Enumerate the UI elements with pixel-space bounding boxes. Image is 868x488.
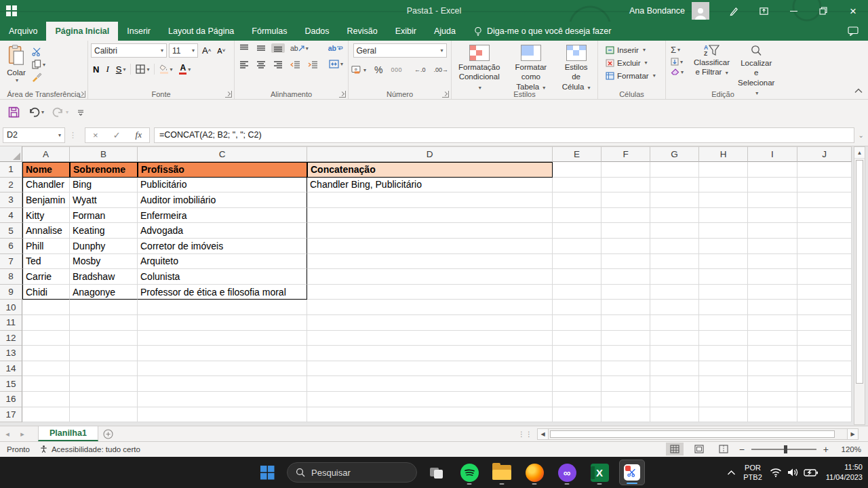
- wifi-icon[interactable]: [770, 468, 782, 477]
- vertical-scrollbar[interactable]: ▲: [854, 146, 865, 425]
- cell-A14[interactable]: [22, 361, 70, 377]
- cell-D16[interactable]: [307, 392, 553, 407]
- cell-A4[interactable]: Kitty: [22, 208, 70, 224]
- cell-D5[interactable]: [307, 223, 553, 239]
- cell-F11[interactable]: [601, 315, 650, 331]
- cell-G4[interactable]: [650, 208, 699, 224]
- cell-G1[interactable]: [650, 162, 699, 178]
- decrease-decimal-button[interactable]: .00→: [432, 66, 451, 74]
- cell-D8[interactable]: [307, 269, 553, 285]
- cell-E2[interactable]: [553, 178, 601, 193]
- cell-G6[interactable]: [650, 239, 699, 254]
- select-all-corner[interactable]: [0, 146, 22, 162]
- align-center-button[interactable]: [254, 60, 268, 69]
- tell-me-box[interactable]: Diga-me o que você deseja fazer: [474, 22, 611, 41]
- merge-center-button[interactable]: ▾: [327, 59, 345, 69]
- row-header-5[interactable]: 5: [0, 223, 22, 239]
- cell-D14[interactable]: [307, 361, 553, 377]
- cell-A1[interactable]: Nome: [22, 162, 70, 178]
- cell-B7[interactable]: Mosby: [70, 254, 138, 270]
- next-sheet-icon[interactable]: ▸: [15, 426, 30, 441]
- cell-F8[interactable]: [601, 269, 650, 285]
- cell-E4[interactable]: [553, 208, 601, 224]
- cell-G3[interactable]: [650, 192, 699, 208]
- cell-F5[interactable]: [601, 223, 650, 239]
- align-middle-button[interactable]: [254, 43, 268, 53]
- prev-sheet-icon[interactable]: ◂: [0, 426, 15, 441]
- tab-revisao[interactable]: Revisão: [338, 22, 387, 41]
- row-header-15[interactable]: 15: [0, 376, 22, 392]
- close-button[interactable]: ×: [838, 0, 868, 22]
- cell-J6[interactable]: [797, 239, 852, 254]
- orientation-button[interactable]: ab▾: [288, 43, 311, 53]
- expand-formula-bar-icon[interactable]: ⌄: [859, 131, 864, 139]
- search-input[interactable]: Pesquisar: [287, 462, 417, 483]
- copy-button[interactable]: ▾: [30, 59, 47, 70]
- zoom-slider[interactable]: [751, 449, 816, 450]
- hidden-icons-chevron[interactable]: [727, 470, 736, 476]
- cell-B10[interactable]: [70, 300, 138, 315]
- cell-H5[interactable]: [699, 223, 748, 239]
- cell-B2[interactable]: Bing: [70, 178, 138, 193]
- cell-C15[interactable]: [138, 376, 307, 392]
- tab-dados[interactable]: Dados: [296, 22, 338, 41]
- name-box[interactable]: D2▾: [3, 127, 65, 143]
- cell-F10[interactable]: [601, 300, 650, 315]
- sheet-tab-planilha1[interactable]: Planilha1: [38, 426, 98, 441]
- cell-C13[interactable]: [138, 346, 307, 361]
- cell-styles-button[interactable]: Estilos deCélula ▾: [557, 43, 595, 93]
- cell-E9[interactable]: [553, 285, 601, 300]
- fill-button[interactable]: ▾: [669, 57, 686, 66]
- cell-D3[interactable]: [307, 192, 553, 208]
- cell-C8[interactable]: Colunista: [138, 269, 307, 285]
- cell-E1[interactable]: [553, 162, 601, 178]
- cell-D10[interactable]: [307, 300, 553, 315]
- new-sheet-icon[interactable]: [98, 426, 119, 441]
- cell-J15[interactable]: [797, 376, 852, 392]
- clipboard-dialog-launcher[interactable]: [79, 91, 85, 98]
- cell-G2[interactable]: [650, 178, 699, 193]
- cell-G5[interactable]: [650, 223, 699, 239]
- cell-F15[interactable]: [601, 376, 650, 392]
- cell-D15[interactable]: [307, 376, 553, 392]
- cell-D2[interactable]: Chandler Bing, Publicitário: [307, 178, 553, 193]
- cell-I14[interactable]: [748, 361, 797, 377]
- cell-I12[interactable]: [748, 331, 797, 346]
- cell-I7[interactable]: [748, 254, 797, 270]
- cell-J2[interactable]: [797, 178, 852, 193]
- bold-button[interactable]: N: [91, 64, 101, 75]
- cell-J3[interactable]: [797, 192, 852, 208]
- cell-H2[interactable]: [699, 178, 748, 193]
- clock[interactable]: 11:50 11/04/2023: [826, 462, 863, 483]
- cell-I17[interactable]: [748, 407, 797, 423]
- save-button[interactable]: [5, 104, 22, 120]
- cell-B12[interactable]: [70, 331, 138, 346]
- increase-indent-button[interactable]: [306, 60, 320, 69]
- confirm-entry-icon[interactable]: ✓: [113, 130, 121, 140]
- decrease-indent-button[interactable]: [288, 60, 302, 69]
- cell-I5[interactable]: [748, 223, 797, 239]
- scroll-up-icon[interactable]: ▲: [854, 147, 865, 159]
- taskbar-spotify[interactable]: [456, 460, 482, 485]
- cell-E7[interactable]: [553, 254, 601, 270]
- cell-A2[interactable]: Chandler: [22, 178, 70, 193]
- cell-D13[interactable]: [307, 346, 553, 361]
- cell-E13[interactable]: [553, 346, 601, 361]
- row-header-4[interactable]: 4: [0, 208, 22, 224]
- tab-inserir[interactable]: Inserir: [118, 22, 159, 41]
- cell-E12[interactable]: [553, 331, 601, 346]
- row-header-9[interactable]: 9: [0, 285, 22, 300]
- horizontal-scrollbar[interactable]: [549, 428, 847, 440]
- format-cells-button[interactable]: Formatar▾: [604, 69, 663, 82]
- cell-E14[interactable]: [553, 361, 601, 377]
- cell-B17[interactable]: [70, 407, 138, 423]
- cell-H15[interactable]: [699, 376, 748, 392]
- cell-A12[interactable]: [22, 331, 70, 346]
- taskbar-purple-app[interactable]: ∞: [554, 460, 580, 485]
- align-left-button[interactable]: [237, 60, 251, 69]
- cell-E11[interactable]: [553, 315, 601, 331]
- cell-H1[interactable]: [699, 162, 748, 178]
- cell-A6[interactable]: Phill: [22, 239, 70, 254]
- cell-E15[interactable]: [553, 376, 601, 392]
- row-header-1[interactable]: 1: [0, 162, 22, 178]
